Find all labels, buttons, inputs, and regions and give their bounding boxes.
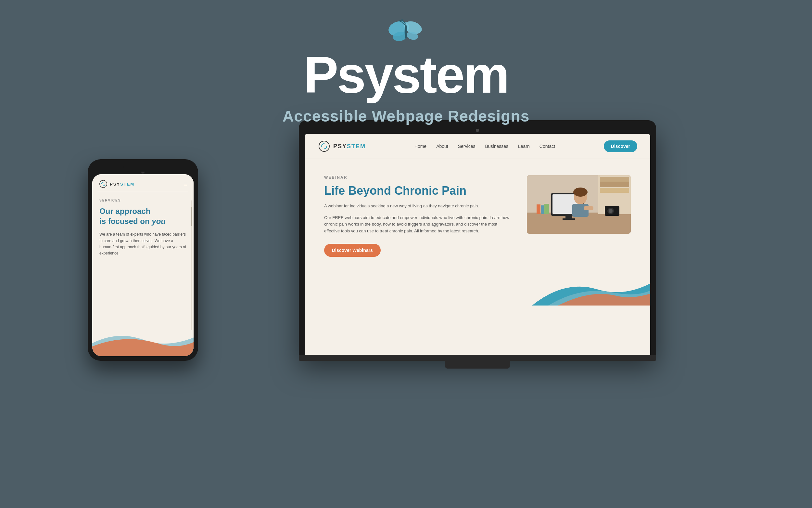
mobile-scrollbar-thumb [191,207,192,226]
mobile-content: SERVICES Our approach is focused on you … [92,192,194,263]
laptop-screen: PSYSTEM Home About Services Businesses L… [305,134,650,355]
mobile-notch [124,164,162,172]
mobile-logo-text: PSYSTEM [110,182,135,186]
mobile-mockup: PSYSTEM ≡ SERVICES Our approach is focus… [88,159,198,361]
laptop-stand [445,361,510,369]
mobile-heading: Our approach is focused on you [99,206,186,226]
webinar-tag: WEBINAR [324,175,514,180]
butterfly-icon [386,19,426,45]
mobile-bottom-waves [92,327,194,356]
logo-circle-icon [318,140,331,153]
svg-rect-28 [536,204,540,214]
svg-rect-14 [600,177,629,182]
svg-rect-24 [584,206,593,210]
svg-rect-23 [572,204,588,217]
content-left: WEBINAR Life Beyond Chronic Pain A webin… [324,175,514,257]
mobile-logo-icon [99,179,108,188]
mobile-body-text: We are a team of experts who have faced … [99,231,186,256]
site-nav: PSYSTEM Home About Services Businesses L… [305,134,650,159]
nav-contact[interactable]: Contact [539,143,555,149]
laptop-camera [476,129,479,132]
site-main-content: WEBINAR Life Beyond Chronic Pain A webin… [305,159,650,273]
hero-section: Psystem Accessible Webpage Redesigns [283,19,530,125]
mobile-top-bar: PSYSTEM ≡ [92,174,194,192]
webinar-image-svg [527,175,631,234]
brand-subtitle: Accessible Webpage Redesigns [283,107,530,125]
site-logo: PSYSTEM [318,140,366,153]
nav-about[interactable]: About [436,143,448,149]
logo-text: PSYSTEM [333,143,366,150]
svg-rect-30 [544,204,549,214]
webinar-image [527,175,631,234]
svg-rect-19 [566,216,572,218]
brand-title: Psystem [283,49,530,101]
svg-rect-16 [600,188,629,193]
mobile-menu-icon[interactable]: ≡ [184,181,187,187]
mobile-screen: PSYSTEM ≡ SERVICES Our approach is focus… [92,174,194,356]
svg-point-6 [399,20,401,22]
mobile-scrollbar[interactable] [191,200,192,330]
laptop-mockup: PSYSTEM Home About Services Businesses L… [299,120,656,369]
discover-webinars-button[interactable]: Discover Webinars [324,244,381,257]
webinar-title: Life Beyond Chronic Pain [324,184,514,198]
svg-point-31 [100,180,107,187]
svg-point-22 [573,187,587,197]
nav-services[interactable]: Services [458,143,476,149]
mobile-logo: PSYSTEM [99,179,135,188]
svg-rect-20 [563,218,575,220]
mobile-services-label: SERVICES [99,199,186,202]
nav-businesses[interactable]: Businesses [485,143,508,149]
bottom-waves [305,273,650,305]
laptop-bottom [299,355,656,361]
svg-point-9 [319,141,329,152]
content-right [527,175,631,234]
nav-learn[interactable]: Learn [518,143,530,149]
webinar-long-desc: Our FREE webinars aim to educate and emp… [324,214,514,235]
nav-home[interactable]: Home [415,143,426,149]
svg-point-27 [609,209,613,213]
svg-rect-15 [600,182,629,187]
nav-discover-button[interactable]: Discover [604,140,637,152]
webinar-short-desc: A webinar for individuals seeking a new … [324,203,514,209]
svg-point-4 [405,25,407,39]
svg-rect-29 [541,205,544,214]
nav-links: Home About Services Businesses Learn Con… [415,143,555,149]
